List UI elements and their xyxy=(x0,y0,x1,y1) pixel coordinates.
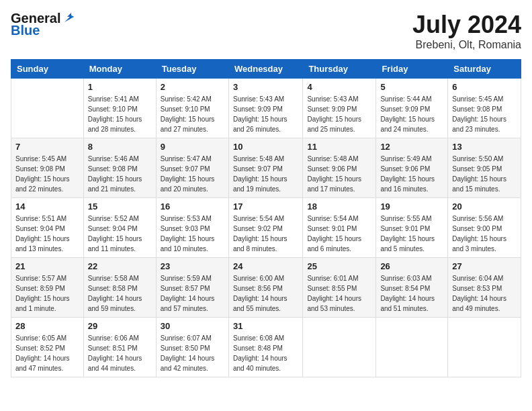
calendar-week-row: 21Sunrise: 5:57 AMSunset: 8:59 PMDayligh… xyxy=(11,258,521,318)
logo: General Blue xyxy=(11,11,77,38)
weekday-header: Saturday xyxy=(448,60,521,79)
calendar-cell: 15Sunrise: 5:52 AMSunset: 9:04 PMDayligh… xyxy=(83,198,156,258)
calendar-cell: 6Sunrise: 5:45 AMSunset: 9:08 PMDaylight… xyxy=(448,79,521,138)
calendar-cell xyxy=(448,318,521,377)
calendar-cell: 13Sunrise: 5:50 AMSunset: 9:05 PMDayligh… xyxy=(448,138,521,198)
day-info: Sunrise: 5:50 AMSunset: 9:05 PMDaylight:… xyxy=(452,154,517,194)
calendar-cell: 20Sunrise: 5:56 AMSunset: 9:00 PMDayligh… xyxy=(448,198,521,258)
day-info: Sunrise: 5:46 AMSunset: 9:08 PMDaylight:… xyxy=(88,154,152,194)
day-number: 24 xyxy=(233,261,298,271)
day-number: 12 xyxy=(380,142,443,152)
day-info: Sunrise: 5:43 AMSunset: 9:09 PMDaylight:… xyxy=(307,94,371,134)
weekday-header: Sunday xyxy=(11,60,84,79)
day-number: 5 xyxy=(380,82,443,92)
day-number: 14 xyxy=(15,201,79,212)
day-info: Sunrise: 5:45 AMSunset: 9:08 PMDaylight:… xyxy=(15,154,79,194)
day-number: 23 xyxy=(161,261,224,271)
calendar-cell xyxy=(11,79,84,138)
day-info: Sunrise: 6:03 AMSunset: 8:54 PMDaylight:… xyxy=(380,273,443,314)
day-info: Sunrise: 6:05 AMSunset: 8:52 PMDaylight:… xyxy=(15,333,79,373)
day-info: Sunrise: 5:45 AMSunset: 9:08 PMDaylight:… xyxy=(452,94,517,134)
calendar-cell: 23Sunrise: 5:59 AMSunset: 8:57 PMDayligh… xyxy=(156,258,228,318)
calendar-cell: 21Sunrise: 5:57 AMSunset: 8:59 PMDayligh… xyxy=(11,258,84,318)
day-number: 19 xyxy=(380,201,443,212)
weekday-header: Friday xyxy=(376,60,448,79)
day-number: 6 xyxy=(452,82,517,92)
calendar-cell: 8Sunrise: 5:46 AMSunset: 9:08 PMDaylight… xyxy=(83,138,156,198)
calendar-cell: 7Sunrise: 5:45 AMSunset: 9:08 PMDaylight… xyxy=(11,138,84,198)
calendar-cell: 26Sunrise: 6:03 AMSunset: 8:54 PMDayligh… xyxy=(376,258,448,318)
day-number: 9 xyxy=(161,142,224,152)
day-info: Sunrise: 5:55 AMSunset: 9:01 PMDaylight:… xyxy=(380,214,443,254)
calendar-cell: 29Sunrise: 6:06 AMSunset: 8:51 PMDayligh… xyxy=(83,318,156,377)
weekday-header: Wednesday xyxy=(228,60,302,79)
calendar-cell: 5Sunrise: 5:44 AMSunset: 9:09 PMDaylight… xyxy=(376,79,448,138)
calendar-cell xyxy=(303,318,376,377)
calendar-cell: 17Sunrise: 5:54 AMSunset: 9:02 PMDayligh… xyxy=(228,198,302,258)
day-info: Sunrise: 5:54 AMSunset: 9:01 PMDaylight:… xyxy=(307,214,371,254)
day-number: 16 xyxy=(161,201,224,212)
day-number: 26 xyxy=(380,261,443,271)
day-number: 25 xyxy=(307,261,371,271)
day-info: Sunrise: 6:04 AMSunset: 8:53 PMDaylight:… xyxy=(452,273,517,314)
day-number: 29 xyxy=(88,321,152,331)
day-info: Sunrise: 5:41 AMSunset: 9:10 PMDaylight:… xyxy=(88,94,152,134)
calendar-cell: 19Sunrise: 5:55 AMSunset: 9:01 PMDayligh… xyxy=(376,198,448,258)
day-number: 7 xyxy=(15,142,79,152)
day-info: Sunrise: 5:53 AMSunset: 9:03 PMDaylight:… xyxy=(161,214,224,254)
calendar-cell: 10Sunrise: 5:48 AMSunset: 9:07 PMDayligh… xyxy=(228,138,302,198)
day-number: 31 xyxy=(233,321,298,331)
day-info: Sunrise: 5:58 AMSunset: 8:58 PMDaylight:… xyxy=(88,273,152,314)
day-number: 18 xyxy=(307,201,371,212)
calendar-cell: 9Sunrise: 5:47 AMSunset: 9:07 PMDaylight… xyxy=(156,138,228,198)
calendar-cell: 22Sunrise: 5:58 AMSunset: 8:58 PMDayligh… xyxy=(83,258,156,318)
day-number: 30 xyxy=(161,321,224,331)
calendar-cell: 2Sunrise: 5:42 AMSunset: 9:10 PMDaylight… xyxy=(156,79,228,138)
day-info: Sunrise: 5:57 AMSunset: 8:59 PMDaylight:… xyxy=(15,273,79,314)
day-info: Sunrise: 5:48 AMSunset: 9:07 PMDaylight:… xyxy=(233,154,298,194)
calendar-header-row: SundayMondayTuesdayWednesdayThursdayFrid… xyxy=(11,60,521,79)
calendar-cell: 18Sunrise: 5:54 AMSunset: 9:01 PMDayligh… xyxy=(303,198,376,258)
day-number: 11 xyxy=(307,142,371,152)
day-number: 4 xyxy=(307,82,371,92)
calendar-cell: 3Sunrise: 5:43 AMSunset: 9:09 PMDaylight… xyxy=(228,79,302,138)
day-number: 20 xyxy=(452,201,517,212)
calendar-cell: 4Sunrise: 5:43 AMSunset: 9:09 PMDaylight… xyxy=(303,79,376,138)
day-info: Sunrise: 6:00 AMSunset: 8:56 PMDaylight:… xyxy=(233,273,298,314)
day-info: Sunrise: 5:56 AMSunset: 9:00 PMDaylight:… xyxy=(452,214,517,254)
month-year: July 2024 xyxy=(412,11,521,39)
day-number: 13 xyxy=(452,142,517,152)
day-info: Sunrise: 5:51 AMSunset: 9:04 PMDaylight:… xyxy=(15,214,79,254)
day-info: Sunrise: 5:49 AMSunset: 9:06 PMDaylight:… xyxy=(380,154,443,194)
day-info: Sunrise: 5:43 AMSunset: 9:09 PMDaylight:… xyxy=(233,94,298,134)
weekday-header: Monday xyxy=(83,60,156,79)
calendar-cell: 16Sunrise: 5:53 AMSunset: 9:03 PMDayligh… xyxy=(156,198,228,258)
calendar-cell: 11Sunrise: 5:48 AMSunset: 9:06 PMDayligh… xyxy=(303,138,376,198)
day-number: 1 xyxy=(88,82,152,92)
calendar-cell: 30Sunrise: 6:07 AMSunset: 8:50 PMDayligh… xyxy=(156,318,228,377)
calendar-cell: 28Sunrise: 6:05 AMSunset: 8:52 PMDayligh… xyxy=(11,318,84,377)
calendar-cell: 25Sunrise: 6:01 AMSunset: 8:55 PMDayligh… xyxy=(303,258,376,318)
day-info: Sunrise: 5:42 AMSunset: 9:10 PMDaylight:… xyxy=(161,94,224,134)
day-number: 15 xyxy=(88,201,152,212)
day-info: Sunrise: 5:47 AMSunset: 9:07 PMDaylight:… xyxy=(161,154,224,194)
weekday-header: Tuesday xyxy=(156,60,228,79)
day-number: 22 xyxy=(88,261,152,271)
svg-marker-1 xyxy=(71,15,74,18)
day-info: Sunrise: 5:52 AMSunset: 9:04 PMDaylight:… xyxy=(88,214,152,254)
calendar-cell xyxy=(376,318,448,377)
calendar-week-row: 1Sunrise: 5:41 AMSunset: 9:10 PMDaylight… xyxy=(11,79,521,138)
day-number: 8 xyxy=(88,142,152,152)
day-number: 17 xyxy=(233,201,298,212)
day-number: 3 xyxy=(233,82,298,92)
day-info: Sunrise: 6:01 AMSunset: 8:55 PMDaylight:… xyxy=(307,273,371,314)
title-block: July 2024 Brebeni, Olt, Romania xyxy=(412,11,521,51)
calendar-cell: 12Sunrise: 5:49 AMSunset: 9:06 PMDayligh… xyxy=(376,138,448,198)
day-info: Sunrise: 5:48 AMSunset: 9:06 PMDaylight:… xyxy=(307,154,371,194)
logo-icon xyxy=(62,10,77,25)
day-number: 2 xyxy=(161,82,224,92)
calendar-week-row: 7Sunrise: 5:45 AMSunset: 9:08 PMDaylight… xyxy=(11,138,521,198)
day-number: 10 xyxy=(233,142,298,152)
calendar-week-row: 14Sunrise: 5:51 AMSunset: 9:04 PMDayligh… xyxy=(11,198,521,258)
calendar-table: SundayMondayTuesdayWednesdayThursdayFrid… xyxy=(11,59,521,377)
